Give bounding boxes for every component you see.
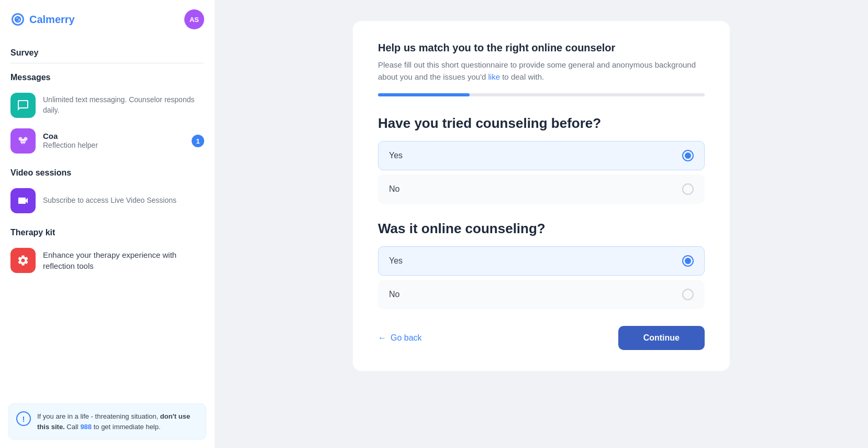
survey-actions: ← Go back Continue [378,326,705,350]
video-sessions-item[interactable]: Subscribe to access Live Video Sessions [0,183,215,218]
radio-q1-yes [682,150,694,161]
coa-badge: 1 [192,135,204,147]
therapy-kit-label: Therapy kit [0,218,215,243]
therapy-kit-item[interactable]: Enhance your therapy experience with ref… [0,243,215,278]
sidebar-nav: Messages Unlimited text messaging. Couns… [0,63,215,395]
question1-option-no[interactable]: No [378,174,705,204]
messages-item-text: Unlimited text messaging. Counselor resp… [43,95,204,115]
survey-card: Help us match you to the right online co… [353,21,730,371]
main-content: Help us match you to the right online co… [215,0,868,448]
emergency-icon: ! [16,411,31,426]
radio-q1-no [682,183,694,195]
sidebar: Calmerry AS Survey Messages Unlimited te… [0,0,215,448]
go-back-arrow-icon: ← [378,333,386,343]
svg-point-4 [21,141,23,142]
progress-bar-container [378,93,705,96]
video-icon [10,188,36,213]
svg-point-3 [24,137,28,141]
logo: Calmerry [10,12,75,27]
radio-inner-q1-yes [685,152,691,159]
therapy-kit-text: Enhance your therapy experience with ref… [43,249,204,271]
question1-title: Have you tried counseling before? [378,115,705,132]
calmerry-logo-icon [10,12,25,27]
question2-title: Was it online counseling? [378,221,705,237]
video-item-text: Subscribe to access Live Video Sessions [43,195,204,206]
chat-icon [17,99,29,112]
survey-header-desc: Please fill out this short questionnaire… [378,59,705,83]
gear-icon [17,254,29,267]
question1-options: Yes No [378,141,705,204]
coa-icon [10,128,36,154]
question2-options: Yes No [378,246,705,309]
survey-section-label: Survey [0,39,215,63]
question2-option-yes[interactable]: Yes [378,246,705,276]
avatar[interactable]: AS [184,9,204,29]
question2-option-no[interactable]: No [378,280,705,309]
progress-bar-fill [378,93,470,96]
therapy-kit-icon [10,248,36,273]
question1-option-yes[interactable]: Yes [378,141,705,170]
radio-q2-yes [682,255,694,267]
messages-icon [10,93,36,118]
messages-label: Messages [0,63,215,88]
video-sessions-label: Video sessions [0,159,215,183]
coa-item[interactable]: Coa Reflection helper 1 [0,123,215,159]
emergency-text: If you are in a life - threatening situa… [37,411,198,432]
video-camera-icon [17,194,29,207]
emergency-phone[interactable]: 988 [80,423,92,431]
messages-item[interactable]: Unlimited text messaging. Counselor resp… [0,88,215,123]
go-back-button[interactable]: ← Go back [378,333,422,343]
radio-inner-q2-yes [685,258,691,264]
svg-point-2 [19,137,23,141]
radio-q2-no [682,289,694,300]
coa-item-text: Coa Reflection helper [43,132,184,151]
logo-text: Calmerry [29,14,75,26]
survey-header-title: Help us match you to the right online co… [378,42,705,54]
emergency-box: ! If you are in a life - threatening sit… [8,403,206,440]
koala-icon [17,135,29,147]
sidebar-header: Calmerry AS [0,0,215,39]
continue-button[interactable]: Continue [618,326,705,350]
svg-point-5 [24,141,25,142]
